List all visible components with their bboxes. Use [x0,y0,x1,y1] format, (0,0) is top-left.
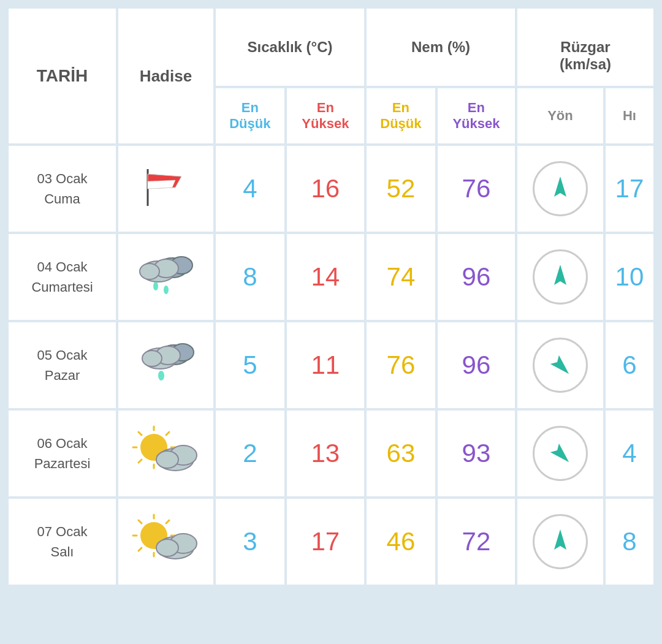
temp-high-value: 17 [311,527,340,556]
wind-speed-cell: 10 [606,234,653,320]
sun-cloud-icon [129,510,203,571]
svg-point-9 [153,282,158,290]
hum-high-value: 93 [462,439,491,468]
wind-speed-cell: 17 [606,146,653,232]
svg-line-24 [139,432,142,435]
temp-low-value: 2 [243,439,257,468]
subheader-yon: Yön [517,88,603,143]
svg-marker-44 [554,529,566,550]
subheader-temp-low: EnDüşük [216,88,284,143]
svg-marker-31 [550,444,573,466]
table-row: 06 Ocak Pazartesi 2 13 [9,411,653,496]
svg-marker-3 [554,176,566,197]
date-line2: Pazar [45,368,80,383]
hum-low-cell: 52 [367,146,435,232]
hum-low-value: 63 [387,439,416,468]
wind-speed-value: 6 [622,350,636,379]
svg-line-38 [166,520,169,523]
date-cell: 03 Ocak Cuma [9,146,116,232]
weather-table: TARİH Hadise Sıcaklık (°C) Nem (%) Rüzga… [6,6,656,587]
wind-dir-cell [517,499,603,585]
temp-low-value: 4 [243,174,257,203]
table-row: 04 Ocak Cumartesi 8 14 74 96 [9,234,653,320]
wind-dir-cell [517,234,603,320]
rain-clouds-icon [132,248,200,303]
header-tarih: TARİH [9,9,116,143]
hum-low-value: 46 [387,527,416,556]
temp-high-value: 16 [311,174,340,203]
temp-low-value: 5 [243,350,257,379]
wind-direction-circle [533,161,588,216]
date-cell: 05 Ocak Pazar [9,322,116,408]
weather-icon-cell [118,146,213,232]
sicaklik-label: Sıcaklık (°C) [248,39,333,55]
temp-high-cell: 17 [287,499,364,585]
table-row: 07 Ocak Salı 3 17 4 [9,499,653,585]
weather-icon-cell [118,234,213,320]
temp-low-cell: 2 [216,411,284,496]
svg-point-17 [158,371,164,381]
date-line1: 03 Ocak [37,171,88,186]
wind-direction-circle [533,338,588,393]
wind-direction-circle [533,426,588,481]
temp-high-value: 11 [311,350,340,379]
date-line2: Cumartesi [31,279,93,295]
date-line2: Cuma [44,191,80,206]
wind-arrow-icon [545,350,576,381]
rain-cloud-icon [132,336,200,392]
wind-speed-cell: 6 [606,322,653,408]
sun-cloud-icon [129,422,203,483]
hum-high-cell: 96 [438,322,515,408]
date-line1: 04 Ocak [37,259,88,275]
table-row: 05 Ocak Pazar 5 11 76 96 [9,322,653,408]
tarih-label: TARİH [37,66,88,85]
temp-high-value: 13 [311,439,340,468]
date-cell: 04 Ocak Cumartesi [9,234,116,320]
temp-low-cell: 8 [216,234,284,320]
header-nem: Nem (%) [367,9,515,86]
weather-table-container: TARİH Hadise Sıcaklık (°C) Nem (%) Rüzga… [0,0,662,593]
date-cell: 06 Ocak Pazartesi [9,411,116,496]
hum-high-cell: 93 [438,411,515,496]
wind-speed-value: 17 [615,174,644,203]
hum-high-cell: 76 [438,146,515,232]
hum-low-cell: 63 [367,411,435,496]
weather-icon-cell [118,499,213,585]
svg-point-16 [142,350,162,366]
temp-low-value: 8 [243,262,257,291]
hum-high-value: 96 [462,350,491,379]
ruzgar-label: Rüzgar(km/sa) [560,39,611,72]
hum-high-cell: 96 [438,234,515,320]
hum-low-value: 76 [387,350,416,379]
temp-high-cell: 13 [287,411,364,496]
date-line2: Salı [51,544,74,559]
date-line1: 06 Ocak [37,436,88,451]
subheader-hi: Hı [606,88,653,143]
temp-high-cell: 11 [287,322,364,408]
wind-speed-cell: 4 [606,411,653,496]
date-line2: Pazartesi [34,456,91,471]
windsock-icon [135,163,197,212]
svg-marker-2 [148,180,175,189]
wind-arrow-icon [545,438,576,469]
hum-high-cell: 72 [438,499,515,585]
weather-icon-cell [118,411,213,496]
svg-line-25 [166,432,169,435]
wind-dir-cell [517,146,603,232]
wind-direction-circle [533,249,588,305]
temp-high-cell: 16 [287,146,364,232]
hum-high-value: 76 [462,174,491,203]
svg-point-43 [156,539,178,556]
date-line1: 07 Ocak [37,524,88,539]
header-sicaklik: Sıcaklık (°C) [216,9,364,86]
subheader-hum-high: EnYüksek [438,88,515,143]
header-hadise: Hadise [118,9,213,143]
wind-arrow-icon [545,526,576,557]
hadise-label: Hadise [140,67,192,85]
svg-line-39 [139,548,142,551]
table-row: 03 Ocak Cuma 4 16 52 76 [9,146,653,232]
wind-speed-value: 4 [622,439,636,468]
wind-dir-cell [517,322,603,408]
hum-low-value: 74 [387,262,416,291]
svg-marker-18 [550,355,573,378]
